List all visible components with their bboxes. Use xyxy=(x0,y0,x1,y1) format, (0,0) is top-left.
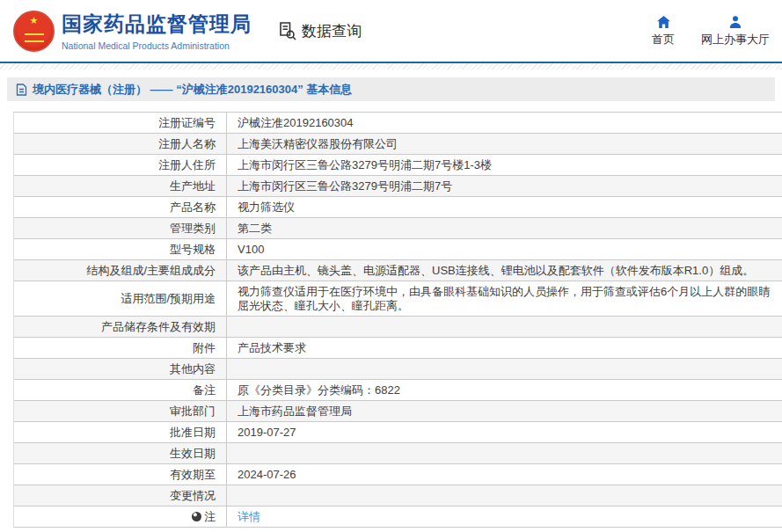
field-value: 上海市闵行区三鲁公路3279号明浦二期7号 xyxy=(227,176,782,196)
field-label: 其他内容 xyxy=(14,359,227,379)
field-label: 产品储存条件及有效期 xyxy=(14,317,227,337)
field-label: 备注 xyxy=(14,380,227,400)
field-value: 产品技术要求 xyxy=(227,338,782,358)
field-value: 该产品由主机、镜头盖、电源适配器、USB连接线、锂电池以及配套软件（软件发布版本… xyxy=(227,260,782,281)
field-label: 注册人住所 xyxy=(14,155,227,175)
field-value: 第二类 xyxy=(227,218,782,238)
table-row: 附件 产品技术要求 xyxy=(14,338,782,359)
field-value xyxy=(227,485,782,506)
document-icon xyxy=(16,84,27,96)
field-value xyxy=(227,359,782,379)
brand-text: 国家药品监督管理局 National Medical Products Admi… xyxy=(62,11,252,51)
home-icon xyxy=(656,15,671,29)
table-row: 审批部门 上海市药品监督管理局 xyxy=(14,401,782,422)
emblem-stars-icon: ★ xyxy=(15,16,53,26)
field-label: 产品名称 xyxy=(14,197,227,217)
table-row: 其他内容 xyxy=(14,359,782,380)
hatch-strip xyxy=(0,63,782,69)
field-value: 沪械注准20192160304 xyxy=(227,113,782,133)
field-label: 管理类别 xyxy=(14,218,227,238)
data-query-link[interactable]: 数据查询 xyxy=(276,20,362,41)
table-row: 产品名称 视力筛选仪 xyxy=(14,197,782,218)
site-subtitle: National Medical Products Administration xyxy=(62,40,252,51)
table-row: 管理类别 第二类 xyxy=(14,218,782,239)
field-label: 结构及组成/主要组成成分 xyxy=(14,260,227,281)
person-icon xyxy=(728,15,742,29)
table-row: 产品储存条件及有效期 xyxy=(14,317,782,338)
breadcrumb-text: 境内医疗器械（注册） —— “沪械注准20192160304” 基本信息 xyxy=(33,82,352,98)
field-label: 有效期至 xyxy=(14,464,227,485)
document-search-icon xyxy=(276,20,297,41)
site-header: ★ 国家药品监督管理局 National Medical Products Ad… xyxy=(0,0,782,62)
field-value: 上海市闵行区三鲁公路3279号明浦二期7号楼1-3楼 xyxy=(227,155,782,175)
table-row: 型号规格 V100 xyxy=(14,239,782,260)
field-value: V100 xyxy=(227,239,782,259)
field-value: 2024-07-26 xyxy=(227,464,782,485)
nav-home-label: 首页 xyxy=(652,32,675,47)
table-row: 变更情况 xyxy=(14,485,782,506)
table-row: 生产地址 上海市闵行区三鲁公路3279号明浦二期7号 xyxy=(14,176,782,197)
field-label: 生产地址 xyxy=(14,176,227,196)
table-row: 适用范围/预期用途 视力筛查仪适用于在医疗环境中，由具备眼科基础知识的人员操作，… xyxy=(14,281,782,317)
nav-online-service-hall[interactable]: 网上办事大厅 xyxy=(701,15,770,47)
national-emblem-logo: ★ xyxy=(13,11,55,52)
field-value: 原《分类目录》分类编码：6822 xyxy=(227,380,782,400)
table-row: 结构及组成/主要组成成分 该产品由主机、镜头盖、电源适配器、USB连接线、锂电池… xyxy=(14,260,782,281)
field-value xyxy=(227,443,782,463)
field-label: 注 xyxy=(14,506,227,527)
data-query-label: 数据查询 xyxy=(302,21,362,41)
field-label: 附件 xyxy=(14,338,227,358)
table-row: 注册人名称 上海美沃精密仪器股份有限公司 xyxy=(14,134,782,155)
field-label: 批准日期 xyxy=(14,422,227,442)
table-row: 生效日期 xyxy=(14,443,782,464)
field-label: 注册证编号 xyxy=(14,113,227,133)
table-row: 备注 原《分类目录》分类编码：6822 xyxy=(14,380,782,401)
field-label: 注册人名称 xyxy=(14,134,227,154)
field-value: 2019-07-27 xyxy=(227,422,782,442)
field-label: 适用范围/预期用途 xyxy=(14,281,227,316)
table-row: 有效期至 2024-07-26 xyxy=(14,464,782,485)
field-label: 变更情况 xyxy=(14,485,227,506)
nav-home[interactable]: 首页 xyxy=(652,15,675,47)
details-link[interactable]: 详情 xyxy=(238,510,260,523)
brand[interactable]: ★ 国家药品监督管理局 National Medical Products Ad… xyxy=(13,11,252,52)
field-label: 生效日期 xyxy=(14,443,227,463)
breadcrumb: 境内医疗器械（注册） —— “沪械注准20192160304” 基本信息 xyxy=(7,77,775,101)
table-row: 注册证编号 沪械注准20192160304 xyxy=(14,113,782,134)
field-value xyxy=(227,317,782,337)
site-title: 国家药品监督管理局 xyxy=(62,11,252,38)
table-row-note: 注 详情 xyxy=(14,506,782,528)
field-label: 审批部门 xyxy=(14,401,227,421)
note-dot-icon xyxy=(192,512,201,521)
field-value: 视力筛选仪 xyxy=(227,197,782,217)
note-label: 注 xyxy=(204,510,216,524)
field-value: 详情 xyxy=(227,506,782,527)
emblem-gate-icon xyxy=(25,33,44,42)
table-row: 批准日期 2019-07-27 xyxy=(14,422,782,443)
field-value: 视力筛查仪适用于在医疗环境中，由具备眼科基础知识的人员操作，用于筛查或评估6个月… xyxy=(227,281,782,316)
field-label: 型号规格 xyxy=(14,239,227,259)
nav-hall-label: 网上办事大厅 xyxy=(701,32,770,47)
field-value: 上海市药品监督管理局 xyxy=(227,401,782,421)
top-nav: 首页 网上办事大厅 xyxy=(652,15,782,47)
registration-info-table: 注册证编号 沪械注准20192160304 注册人名称 上海美沃精密仪器股份有限… xyxy=(13,112,782,528)
table-row: 注册人住所 上海市闵行区三鲁公路3279号明浦二期7号楼1-3楼 xyxy=(14,155,782,176)
field-value: 上海美沃精密仪器股份有限公司 xyxy=(227,134,782,154)
